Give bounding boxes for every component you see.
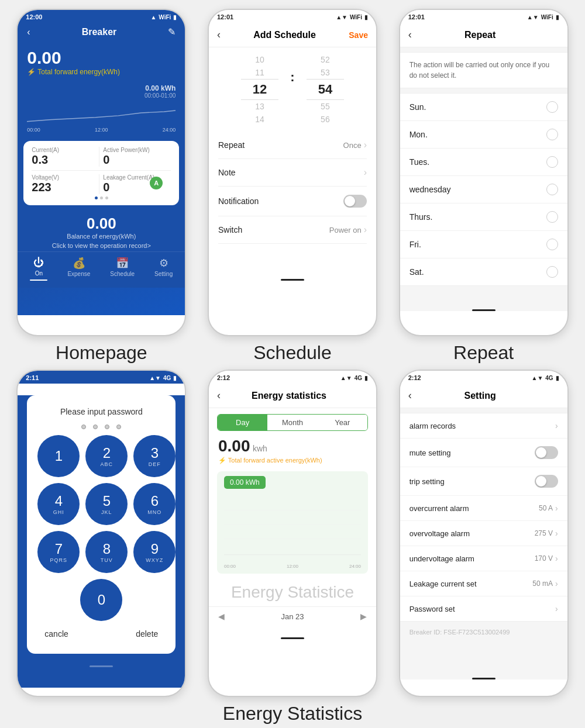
- hp-mini-chart: [27, 101, 176, 125]
- hp-dots: [32, 196, 171, 199]
- key-0[interactable]: 0: [80, 579, 122, 621]
- sched-switch-row[interactable]: Switch Power on ›: [218, 216, 367, 244]
- chevron-icon: ›: [555, 579, 558, 588]
- energy-prev-btn[interactable]: ◀: [218, 612, 225, 621]
- day-radio-mon[interactable]: [546, 129, 558, 140]
- setting-trip[interactable]: trip setting: [400, 467, 567, 496]
- day-sat[interactable]: Sat.: [400, 258, 567, 285]
- sched-repeat-row[interactable]: Repeat Once ›: [218, 132, 367, 159]
- back-icon[interactable]: ‹: [27, 27, 30, 37]
- homepage-phone: 12:00 ▲ WiFi ▮ ‹ Breaker ✎ 0.00: [16, 9, 186, 336]
- sched-note-row[interactable]: Note ›: [218, 159, 367, 187]
- day-tues[interactable]: Tues.: [400, 149, 567, 176]
- day-fri[interactable]: Fri.: [400, 231, 567, 258]
- hp-power-time: 00:00-01:00: [144, 92, 176, 99]
- setting-overcurrent[interactable]: overcurrent alarm 50 A ›: [400, 496, 567, 521]
- sched-rows: Repeat Once › Note › Notification: [209, 132, 376, 244]
- day-mon[interactable]: Mon.: [400, 121, 567, 149]
- day-radio-thurs[interactable]: [546, 211, 558, 223]
- nav-on[interactable]: ⏻ On: [30, 257, 47, 281]
- home-indicator: [281, 637, 304, 639]
- minute-col[interactable]: 52 53 54 55 56: [307, 53, 344, 126]
- trip-toggle[interactable]: [535, 475, 558, 488]
- schedule-label: Schedule: [253, 342, 331, 364]
- energy-battery-icon: ▮: [364, 375, 368, 381]
- hp-chart-area: 0.00 kWh 00:00-01:00 00:00 12:00 24:00: [18, 80, 185, 137]
- key-7[interactable]: 7 PQRS: [37, 531, 80, 573]
- setting-alarm-records[interactable]: alarm records ›: [400, 413, 567, 439]
- hp-power-row: 0.00 kWh 00:00-01:00: [27, 84, 176, 99]
- setting-container: 2:12 ▲▼ 4G ▮ ‹ Setting alarm records: [388, 367, 579, 727]
- key-3[interactable]: 3 DEF: [133, 435, 176, 477]
- chevron-icon: ›: [555, 604, 558, 613]
- setting-undervoltage[interactable]: undervoltage alarm 170 V ›: [400, 546, 567, 571]
- key-2[interactable]: 2 ABC: [85, 435, 128, 477]
- day-wed[interactable]: wednesday: [400, 176, 567, 203]
- edit-icon[interactable]: ✎: [168, 26, 176, 37]
- day-thurs[interactable]: Thurs.: [400, 203, 567, 231]
- hour-col[interactable]: 10 11 12 13 14: [241, 53, 278, 126]
- pwd-signal-icon: ▲▼: [149, 375, 161, 381]
- day-radio-sun[interactable]: [546, 101, 558, 113]
- nav-expense[interactable]: 💰 Expense: [67, 257, 90, 281]
- tab-day[interactable]: Day: [218, 415, 267, 430]
- energy-next-btn[interactable]: ▶: [360, 612, 367, 621]
- energy-value-row: 0.00 kwh: [209, 431, 376, 456]
- repeat-status-bar: 12:01 ▲▼ WiFi ▮: [400, 10, 567, 23]
- tab-month[interactable]: Month: [267, 415, 317, 430]
- sched-save-btn[interactable]: Save: [349, 30, 368, 40]
- key-1[interactable]: 1: [37, 435, 80, 477]
- homepage-label: Homepage: [56, 342, 147, 364]
- sched-notification-row[interactable]: Notification: [218, 187, 367, 216]
- day-radio-wed[interactable]: [546, 184, 558, 195]
- hp-title: Breaker: [82, 27, 117, 37]
- energy-header: ‹ Energy statistics: [209, 384, 376, 408]
- key-5[interactable]: 5 JKL: [85, 483, 128, 525]
- repeat-content: ‹ Repeat The action will be carried out …: [400, 23, 567, 311]
- day-radio-sat[interactable]: [546, 266, 558, 278]
- chevron-icon: ›: [555, 554, 558, 563]
- cancel-btn[interactable]: cancle: [44, 629, 68, 639]
- schedule-icon: 📅: [116, 257, 129, 270]
- key-8[interactable]: 8 TUV: [85, 531, 128, 573]
- setting-password[interactable]: Password set ›: [400, 596, 567, 621]
- hp-header: ‹ Breaker ✎: [18, 23, 185, 42]
- hp-energy-section: 0.00 ⚡Total forward energy(kWh): [18, 42, 185, 80]
- key-6[interactable]: 6 MNO: [133, 483, 176, 525]
- day-radio-tues[interactable]: [546, 156, 558, 168]
- mute-toggle[interactable]: [535, 446, 558, 459]
- energy-nav: ◀ Jan 23 ▶: [209, 606, 376, 626]
- delete-btn[interactable]: delete: [136, 629, 158, 639]
- lightning-icon: ⚡: [27, 68, 36, 76]
- energy-unit: kwh: [253, 444, 267, 453]
- sched-battery-icon: ▮: [364, 14, 368, 20]
- setting-leakage[interactable]: Leakage current set 50 mA ›: [400, 571, 567, 596]
- nav-setting[interactable]: ⚙ Setting: [154, 257, 173, 281]
- key-9[interactable]: 9 WXYZ: [133, 531, 176, 573]
- home-indicator: [472, 678, 495, 679]
- hp-status-bar: 12:00 ▲ WiFi ▮: [18, 10, 185, 23]
- notification-toggle[interactable]: [343, 195, 367, 208]
- day-sun[interactable]: Sun.: [400, 94, 567, 121]
- setting-mute[interactable]: mute setting: [400, 439, 567, 467]
- time-picker[interactable]: 10 11 12 13 14 : 52 53 54 55 56: [209, 53, 376, 126]
- energy-big-label: Energy Statistice: [209, 579, 376, 604]
- setting-overvoltage[interactable]: overvoltage alarm 275 V ›: [400, 521, 567, 546]
- setting-time: 2:12: [408, 374, 421, 381]
- signal-icon: ▲: [150, 14, 156, 20]
- home-indicator: [90, 665, 113, 667]
- chevron-icon: ›: [364, 167, 367, 178]
- tab-year[interactable]: Year: [318, 415, 367, 430]
- pwd-status-icons: ▲▼ 4G ▮: [149, 375, 177, 381]
- pwd-title: Please input password: [33, 407, 170, 416]
- energy-tabs: Day Month Year: [217, 414, 368, 431]
- day-radio-fri[interactable]: [546, 239, 558, 250]
- setting-content: ‹ Setting alarm records › mute setting: [400, 384, 567, 679]
- setting-phone: 2:12 ▲▼ 4G ▮ ‹ Setting alarm records: [399, 370, 569, 697]
- nav-schedule[interactable]: 📅 Schedule: [110, 257, 135, 281]
- energy-signal-icon: ▲▼: [340, 375, 352, 381]
- chevron-icon: ›: [364, 225, 367, 235]
- expense-icon: 💰: [73, 257, 85, 270]
- on-icon: ⏻: [33, 257, 44, 269]
- key-4[interactable]: 4 GHI: [37, 483, 80, 525]
